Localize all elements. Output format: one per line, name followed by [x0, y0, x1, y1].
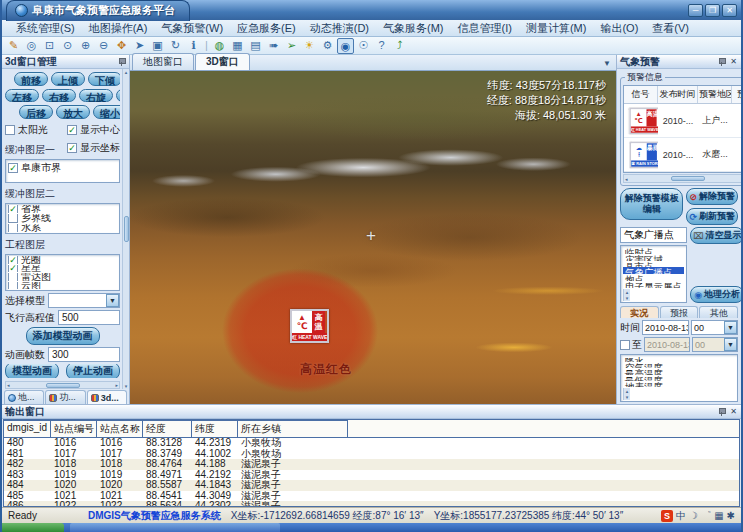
menu-item[interactable]: 系统管理(S) [10, 20, 81, 37]
point-type-item[interactable]: 气象广播点 [623, 267, 684, 274]
sogou-ime-icon[interactable]: S [661, 510, 673, 522]
soft-keyboard-icon[interactable]: ▦ [714, 510, 723, 522]
scroll-left-icon[interactable]: ◂ [7, 382, 10, 388]
checkbox-icon[interactable]: ✓ [8, 205, 18, 213]
refresh-icon[interactable]: ↻ [167, 38, 184, 54]
select-arrow-icon[interactable]: ➤ [131, 38, 148, 54]
animation-frames-input[interactable]: 300 [48, 347, 120, 362]
element-item[interactable]: 地表温度 [623, 381, 735, 387]
pin-icon[interactable] [718, 57, 726, 66]
nav-button[interactable]: 右移 [42, 89, 76, 103]
chevron-down-icon[interactable]: ▼ [603, 59, 614, 70]
release-template-edit-button[interactable]: 解除预警模板编辑 [620, 188, 683, 220]
menu-item[interactable]: 地图操作(A) [83, 20, 154, 37]
zoom-out-icon[interactable]: ⊖ [95, 38, 112, 54]
element-list[interactable]: 降水空气温度最高温度最低温度地表温度 ▴ ▾ [620, 354, 738, 402]
column-header[interactable]: 纬度 [192, 420, 238, 437]
globe-3d-icon[interactable]: ◉ [337, 38, 354, 54]
chinese-mode-icon[interactable]: 中 [676, 510, 686, 522]
pin-icon[interactable] [118, 57, 126, 66]
pin-icon[interactable] [718, 407, 726, 416]
point-type-combo[interactable]: 气象广播点 [620, 227, 687, 243]
checkbox-icon[interactable]: ✓ [67, 143, 77, 153]
menu-item[interactable]: 气象预警(W) [155, 20, 229, 37]
layer-item[interactable]: ✓ 省界 [8, 205, 117, 213]
chevron-down-icon[interactable]: ▼ [106, 294, 119, 307]
stop-animation-button[interactable]: 停止动画 [66, 364, 120, 378]
layer-item[interactable]: ✓ 光圈 [8, 256, 117, 264]
geo-analysis-button[interactable]: ◉ 地理分析 [690, 286, 741, 303]
show-center-checkbox[interactable]: ✓ 显示中心 [67, 123, 120, 137]
point-type-item[interactable]: 县市点 [623, 261, 684, 268]
zoom-select-icon[interactable]: ⊙ [59, 38, 76, 54]
scroll-up-icon[interactable]: ▴ [125, 69, 128, 75]
chevron-down-icon[interactable]: ▼ [724, 338, 737, 351]
vertical-scrollbar[interactable]: ▴ ▾ [122, 69, 129, 389]
exit-app-icon[interactable]: ⤴ [391, 38, 408, 54]
pan-hand-icon[interactable]: ✥ [113, 38, 130, 54]
vertical-scrollbar[interactable]: ▴ ▾ [623, 289, 630, 301]
point-type-list[interactable]: 临时点灾害区域县市点气象广播点炮点电子显示屏点 ▴ ▾ [620, 245, 687, 303]
zoom-window-icon[interactable]: ◎ [23, 38, 40, 54]
full-extent-icon[interactable]: ▣ [149, 38, 166, 54]
layer-item[interactable]: 水系 [8, 224, 117, 232]
checkbox-icon[interactable]: ✓ [67, 125, 77, 135]
model-animation-button[interactable]: 模型动画 [5, 364, 59, 378]
taskbar-item[interactable] [70, 523, 280, 532]
settings-gear-icon[interactable]: ⚙ [319, 38, 336, 54]
release-warning-button[interactable]: ⊘ 解除预警 [686, 188, 738, 205]
to-hour-select[interactable]: 00 ▼ [692, 337, 738, 352]
nav-button[interactable]: 左旋 [116, 89, 120, 103]
layer-item[interactable]: ✓ 阜康市界 [8, 161, 117, 175]
point-type-item[interactable]: 灾害区域 [623, 254, 684, 261]
nav-button[interactable]: 上倾 [51, 72, 85, 86]
left-panel-tab[interactable]: 地... [4, 390, 44, 404]
menu-item[interactable]: 信息管理(I) [452, 20, 518, 37]
separator[interactable]: | [203, 38, 210, 54]
left-panel-tab[interactable]: 3d... [87, 390, 127, 404]
menu-item[interactable]: 测量计算(M) [520, 20, 593, 37]
edit-pencil-icon[interactable]: ✎ [5, 38, 22, 54]
table-row[interactable]: 481 1017 1017 88.3749 44.1002 小泉牧场 [4, 449, 739, 460]
restore-button[interactable]: ❐ [705, 4, 720, 17]
tab-3d-window[interactable]: 3D窗口 [195, 53, 250, 70]
light-icon[interactable]: ☀ [301, 38, 318, 54]
warning-row-rain[interactable]: ☁፧暴雨 蓝 RAIN STORM 2010-... 水磨... [624, 138, 741, 172]
checkbox-icon[interactable] [8, 282, 18, 290]
chevron-down-icon[interactable]: ▼ [724, 321, 737, 334]
data-tab[interactable]: 其他 [699, 306, 738, 318]
data-tab[interactable]: 实况 [620, 306, 659, 318]
close-panel-icon[interactable]: ✕ [729, 407, 738, 416]
column-header[interactable]: 站点名称 [97, 420, 143, 437]
checkbox-icon[interactable] [5, 125, 15, 135]
point-type-item[interactable]: 炮点 [623, 274, 684, 281]
add-model-animation-button[interactable]: 添加模型动画 [26, 327, 100, 345]
scroll-down-icon[interactable]: ▾ [626, 394, 629, 400]
nav-button[interactable]: 放大 [56, 105, 90, 119]
nav-button[interactable]: 前移 [14, 72, 48, 86]
help-icon[interactable]: ? [373, 38, 390, 54]
checkbox-icon[interactable]: ✓ [8, 265, 18, 273]
menu-item[interactable]: 查看(V) [646, 20, 695, 37]
nav-button[interactable]: 右旋 [79, 89, 113, 103]
scroll-right-icon[interactable]: ▸ [115, 382, 118, 388]
zoom-in-icon[interactable]: ⊕ [77, 38, 94, 54]
fly-route-icon[interactable]: ➢ [283, 38, 300, 54]
nav-button[interactable]: 下倾 [88, 72, 120, 86]
layer-item[interactable]: 乡界线 [8, 214, 117, 222]
show-coords-checkbox[interactable]: ✓ 显示坐标 [67, 141, 120, 155]
checkbox-icon[interactable]: ✓ [8, 256, 18, 264]
layers-icon[interactable]: ◍ [211, 38, 228, 54]
table-row[interactable]: 482 1018 1018 88.4764 44.188 滋泥泉子 [4, 459, 739, 470]
print-icon[interactable]: ▤ [247, 38, 264, 54]
model-select[interactable]: ▼ [48, 293, 120, 308]
zoom-box-icon[interactable]: ⊡ [41, 38, 58, 54]
table-row[interactable]: 485 1021 1021 88.4541 44.3049 滋泥泉子 [4, 491, 739, 502]
buffer1-layer-list[interactable]: ✓ 阜康市界 [5, 159, 120, 183]
heat-wave-warning-icon[interactable]: ▲ ℃ 高温 红 HEAT WAVE [290, 309, 329, 343]
point-type-item[interactable]: 电子显示屏点 [623, 281, 684, 288]
flight-elevation-input[interactable]: 500 [58, 310, 120, 325]
ime-toolbox-icon[interactable]: ✱ [727, 510, 735, 522]
scroll-down-icon[interactable]: ▾ [626, 295, 629, 301]
left-panel-tab[interactable]: 功... [45, 390, 85, 404]
